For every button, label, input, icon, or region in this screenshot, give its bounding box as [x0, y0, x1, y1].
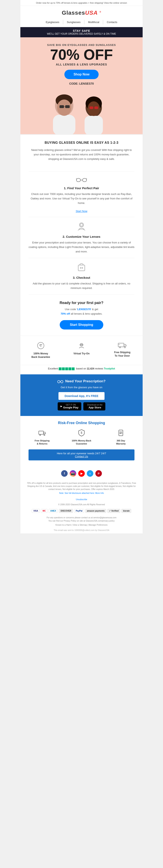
- step-1: 1. Find Your Perfect Pair Check out over…: [20, 172, 143, 217]
- twitter-button[interactable]: t: [87, 470, 93, 477]
- contact-us-link[interactable]: Contact Us: [75, 455, 88, 458]
- step-3-icon: [29, 262, 134, 274]
- trust-badges: $ 100% MoneyBack Guarantee Virtual Try-O…: [20, 336, 143, 365]
- app-store-button[interactable]: Download on theApp Store: [83, 402, 105, 410]
- svg-rect-4: [60, 105, 64, 108]
- guarantee-icon: $: [37, 342, 44, 349]
- svg-rect-21: [78, 265, 85, 271]
- step-2-title: 2. Customize Your Lenses: [29, 235, 134, 238]
- payment-verified: ✓ Verified: [107, 509, 120, 513]
- nav-multifocal[interactable]: Multifocal: [84, 20, 103, 25]
- nav-bar: Eyeglasses Sunglasses Multifocal Contact…: [20, 18, 143, 27]
- instagram-button[interactable]: 📷: [70, 470, 76, 477]
- step-1-link[interactable]: Start Now: [75, 210, 87, 213]
- more-info-link[interactable]: Note: See full disclosure attached here:…: [59, 492, 104, 494]
- svg-rect-8: [85, 116, 103, 134]
- svg-rect-31: [118, 343, 124, 347]
- trust-virtual-tryon-label: Virtual Try-On: [65, 352, 98, 355]
- nav-sunglasses[interactable]: Sunglasses: [63, 20, 84, 25]
- risk-guarantee-icon: $: [64, 429, 99, 438]
- svg-rect-15: [83, 178, 87, 182]
- shipping-returns-icon: [38, 429, 46, 437]
- hero-couple-svg: [25, 89, 138, 134]
- svg-rect-5: [65, 105, 70, 108]
- nav-contacts[interactable]: Contacts: [103, 20, 121, 25]
- risk-guarantee-label: 100% Money-BackGuarantee: [64, 439, 99, 445]
- facebook-button[interactable]: f: [61, 470, 68, 477]
- svg-point-33: [124, 347, 126, 348]
- unsubscribe-link[interactable]: Unsubscribe: [76, 498, 87, 501]
- svg-rect-12: [94, 106, 98, 109]
- svg-point-40: [44, 434, 45, 435]
- pinterest-button[interactable]: P: [95, 470, 102, 477]
- top-banner: Order now for up to 70% off lenses & len…: [20, 0, 143, 6]
- svg-line-17: [76, 178, 76, 180]
- risk-shipping-label: Free Shipping& Returns: [25, 439, 60, 445]
- star-4: [68, 367, 71, 370]
- discount-off: 70% off: [61, 312, 70, 315]
- unsubscribe-bar: Unsubscribe: [20, 497, 143, 502]
- risk-free-section: Risk-Free Online Shopping Free Shipping&…: [20, 415, 143, 468]
- google-play-icon: ▶: [61, 405, 62, 408]
- svg-text:365: 365: [120, 432, 123, 434]
- risk-warranty-icon: 365: [103, 429, 138, 438]
- virtual-tryon-icon: [65, 342, 98, 351]
- hero-shop-button[interactable]: Shop Now: [64, 70, 99, 79]
- footer-sent: This email was sent to 1000000@collect.c…: [20, 528, 143, 533]
- svg-rect-1: [53, 115, 75, 134]
- footer-sent-text: This email was sent to 1000000@collect.c…: [54, 529, 109, 531]
- svg-rect-38: [39, 431, 43, 434]
- stay-safe-subtitle: WE'LL GET YOUR ORDERS DELIVERED SAFELY &…: [23, 32, 140, 35]
- payment-icons: VISA MC AMEX DISCOVER PayPal amazon paym…: [20, 507, 143, 515]
- ready-section: Ready for your first pair? Use code 'LEN…: [20, 294, 143, 336]
- trust-virtual-tryon: Virtual Try-On: [65, 342, 98, 359]
- footer-contact-text: For any questions or concerns please con…: [25, 516, 138, 519]
- contact-label: Here for all your eyewear needs 24/7: [57, 452, 100, 455]
- risk-shipping-icon: [25, 429, 60, 438]
- trust-money-back: $ 100% MoneyBack Guarantee: [25, 342, 57, 359]
- ready-text: Use code 'LENSES70' & get 70% off all le…: [29, 307, 134, 316]
- easy-title: BUYING GLASSES ONLINE IS EASY AS 1-2-3: [29, 141, 134, 145]
- start-shopping-button[interactable]: Start Shopping: [60, 320, 103, 330]
- contact-bar: Here for all your eyewear needs 24/7 24/…: [29, 450, 134, 460]
- svg-rect-11: [90, 106, 93, 109]
- svg-rect-35: [58, 380, 60, 383]
- google-play-button[interactable]: ▶ GET IT ONGoogle Play: [58, 402, 81, 410]
- svg-line-18: [87, 178, 87, 180]
- logo[interactable]: GlassesUSA ®: [20, 9, 143, 16]
- youtube-button[interactable]: ▶: [78, 470, 85, 477]
- step-3-title: 3. Checkout: [29, 276, 134, 279]
- trustpilot-based: based on: [76, 367, 86, 370]
- payment-amex: AMEX: [49, 509, 58, 513]
- prescription-title: Need Your Prescription?: [65, 379, 105, 383]
- logo-area: GlassesUSA ®: [20, 6, 143, 18]
- footer-contact: For any questions or concerns please con…: [20, 515, 143, 528]
- money-back-icon: $: [25, 342, 57, 351]
- payment-paypal: PayPal: [74, 509, 84, 513]
- email-wrapper: Order now for up to 70% off lenses & len…: [20, 0, 143, 533]
- prescription-subtitle: Get it from the glasses you have on: [27, 386, 136, 389]
- footer-privacy-text: You can find our Privacy Policy on site …: [25, 519, 138, 523]
- step-1-title: 1. Find Your Perfect Pair: [29, 186, 134, 190]
- download-app-button[interactable]: Download App, It's FREE: [59, 392, 104, 400]
- logo-glasses: Glasses: [62, 9, 85, 16]
- nav-eyeglasses[interactable]: Eyeglasses: [42, 20, 63, 25]
- star-3: [65, 367, 68, 370]
- step-2-text: Enter your prescription and customize yo…: [29, 240, 134, 254]
- promo-code: LENSES70: [77, 308, 91, 311]
- trust-free-shipping: Free ShippingTo Your Door: [106, 342, 138, 359]
- step-1-icon: [29, 176, 134, 184]
- payment-amazon: amazon payments: [85, 509, 106, 513]
- trust-money-back-label: 100% MoneyBack Guarantee: [25, 352, 57, 359]
- payment-bizrate: bizrate: [122, 509, 131, 513]
- hero-image: [25, 89, 138, 134]
- svg-point-39: [39, 434, 40, 435]
- shipping-icon: [118, 342, 127, 348]
- risk-guarantee: $ 100% Money-BackGuarantee: [64, 429, 99, 445]
- footer-legal: 70% off is eligible for all lens product…: [20, 479, 143, 497]
- payment-discover: DISCOVER: [59, 509, 73, 513]
- customize-icon: [76, 221, 87, 231]
- payment-mc: MC: [41, 509, 47, 513]
- warranty-icon: 365: [117, 429, 125, 437]
- svg-rect-14: [76, 178, 80, 182]
